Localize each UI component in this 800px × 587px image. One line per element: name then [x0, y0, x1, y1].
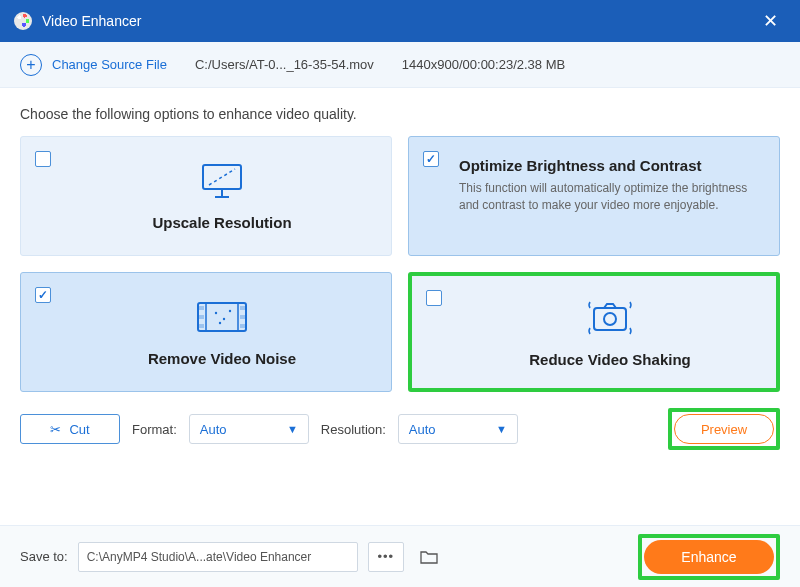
svg-rect-0	[203, 165, 241, 189]
preview-highlight: Preview	[668, 408, 780, 450]
card-title: Reduce Video Shaking	[529, 351, 690, 368]
content-area: Choose the following options to enhance …	[0, 88, 800, 525]
folder-icon	[420, 550, 438, 564]
card-title: Remove Video Noise	[148, 350, 296, 367]
app-window: Video Enhancer ✕ + Change Source File C:…	[0, 0, 800, 587]
source-bar: + Change Source File C:/Users/AT-0..._16…	[0, 42, 800, 88]
enhance-highlight: Enhance	[638, 534, 780, 580]
chevron-down-icon: ▼	[496, 423, 507, 435]
footer-bar: Save to: C:\AnyMP4 Studio\A...ate\Video …	[0, 525, 800, 587]
card-desc: This function will automatically optimiz…	[459, 180, 761, 214]
scissors-icon: ✂	[50, 422, 61, 437]
format-label: Format:	[132, 422, 177, 437]
source-path: C:/Users/AT-0..._16-35-54.mov	[195, 57, 374, 72]
instruction-text: Choose the following options to enhance …	[20, 106, 780, 122]
svg-rect-9	[199, 324, 204, 328]
format-value: Auto	[200, 422, 227, 437]
card-title: Upscale Resolution	[152, 214, 291, 231]
resolution-value: Auto	[409, 422, 436, 437]
browse-button[interactable]: •••	[368, 542, 404, 572]
resolution-label: Resolution:	[321, 422, 386, 437]
camera-shake-icon	[582, 296, 638, 341]
card-title: Optimize Brightness and Contrast	[459, 157, 702, 174]
preview-label: Preview	[701, 422, 747, 437]
card-remove-noise[interactable]: Remove Video Noise	[20, 272, 392, 392]
svg-line-1	[209, 169, 235, 185]
cut-label: Cut	[69, 422, 89, 437]
svg-point-16	[219, 322, 221, 324]
card-upscale-resolution[interactable]: Upscale Resolution	[20, 136, 392, 256]
change-source-label: Change Source File	[52, 57, 167, 72]
checkbox-brightness[interactable]	[423, 151, 439, 167]
enhance-label: Enhance	[681, 549, 736, 565]
enhance-button[interactable]: Enhance	[644, 540, 774, 574]
checkbox-noise[interactable]	[35, 287, 51, 303]
option-cards: Upscale Resolution Optimize Brightness a…	[20, 136, 780, 392]
svg-rect-12	[240, 324, 245, 328]
save-path-input[interactable]: C:\AnyMP4 Studio\A...ate\Video Enhancer	[78, 542, 358, 572]
svg-rect-17	[594, 308, 626, 330]
svg-rect-4	[198, 303, 246, 331]
plus-icon: +	[20, 54, 42, 76]
checkbox-upscale[interactable]	[35, 151, 51, 167]
svg-rect-10	[240, 306, 245, 310]
save-to-label: Save to:	[20, 549, 68, 564]
svg-point-18	[604, 313, 616, 325]
svg-point-13	[215, 312, 217, 314]
toolbar: ✂ Cut Format: Auto ▼ Resolution: Auto ▼ …	[20, 408, 780, 450]
svg-point-14	[223, 318, 225, 320]
palette-icon	[14, 12, 32, 30]
card-reduce-shaking[interactable]: Reduce Video Shaking	[408, 272, 780, 392]
cut-button[interactable]: ✂ Cut	[20, 414, 120, 444]
monitor-icon	[197, 161, 247, 204]
title-bar: Video Enhancer ✕	[0, 0, 800, 42]
svg-rect-8	[199, 315, 204, 319]
format-select[interactable]: Auto ▼	[189, 414, 309, 444]
preview-button[interactable]: Preview	[674, 414, 774, 444]
card-brightness-contrast[interactable]: Optimize Brightness and Contrast This fu…	[408, 136, 780, 256]
open-folder-button[interactable]	[414, 542, 444, 572]
save-path-value: C:\AnyMP4 Studio\A...ate\Video Enhancer	[87, 550, 312, 564]
window-title: Video Enhancer	[42, 13, 755, 29]
svg-point-15	[229, 310, 231, 312]
resolution-select[interactable]: Auto ▼	[398, 414, 518, 444]
chevron-down-icon: ▼	[287, 423, 298, 435]
svg-rect-11	[240, 315, 245, 319]
close-button[interactable]: ✕	[755, 6, 786, 36]
svg-rect-7	[199, 306, 204, 310]
checkbox-shaking[interactable]	[426, 290, 442, 306]
film-icon	[194, 297, 250, 340]
change-source-button[interactable]: + Change Source File	[20, 54, 167, 76]
source-info: 1440x900/00:00:23/2.38 MB	[402, 57, 565, 72]
